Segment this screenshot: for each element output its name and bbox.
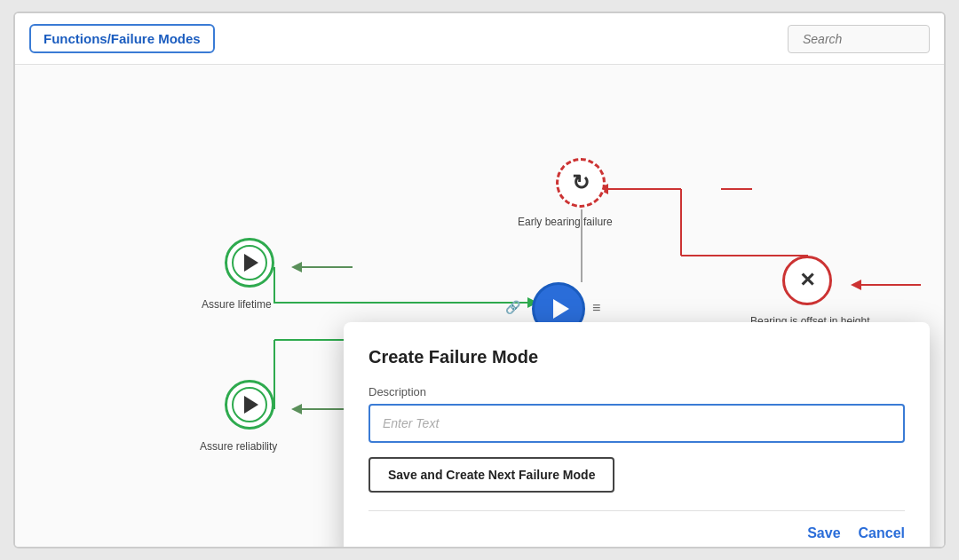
modal-footer: Save Cancel xyxy=(369,510,905,541)
header: Functions/Failure Modes xyxy=(15,13,944,65)
cancel-button[interactable]: Cancel xyxy=(859,525,905,541)
modal-overlay: Create Failure Mode Description Save and… xyxy=(15,65,944,547)
save-and-create-next-button[interactable]: Save and Create Next Failure Mode xyxy=(369,457,614,493)
description-label: Description xyxy=(369,385,905,398)
create-failure-mode-modal: Create Failure Mode Description Save and… xyxy=(344,322,930,547)
save-button[interactable]: Save xyxy=(807,525,840,541)
header-title: Functions/Failure Modes xyxy=(29,24,215,53)
search-input[interactable] xyxy=(788,25,930,53)
description-input[interactable] xyxy=(369,404,905,443)
main-window: Functions/Failure Modes xyxy=(13,12,946,548)
modal-title: Create Failure Mode xyxy=(369,347,905,367)
canvas: Assure lifetime Assure reliability ↻ Ear… xyxy=(15,65,944,547)
